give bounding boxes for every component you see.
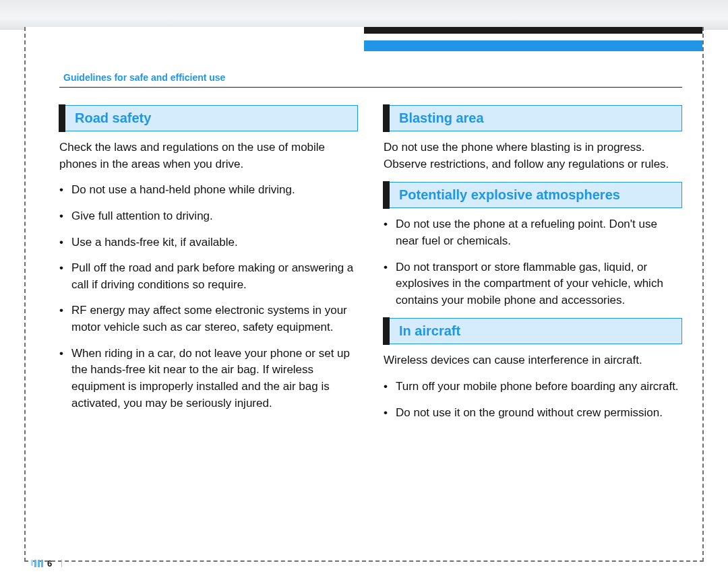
page-marker-bars-icon [31, 560, 43, 567]
list-item: When riding in a car, do not leave your … [59, 346, 358, 412]
left-column: Road safety Check the laws and regulatio… [59, 105, 358, 430]
road-safety-bullets: Do not use a hand-held phone while drivi… [59, 182, 358, 412]
list-item: Do not use it on the ground without crew… [384, 405, 682, 422]
page-number: 6 [47, 558, 52, 569]
aircraft-bullets: Turn off your mobile phone before boardi… [384, 379, 682, 421]
list-item: Do not use the phone at a refueling poin… [384, 216, 682, 249]
heading-in-aircraft: In aircraft [384, 318, 682, 344]
header-rule [59, 87, 682, 88]
page-marker-tail [61, 560, 62, 567]
two-column-layout: Road safety Check the laws and regulatio… [59, 105, 682, 430]
heading-blasting-area: Blasting area [384, 105, 682, 131]
heading-road-safety: Road safety [59, 105, 358, 131]
list-item: Do not transport or store flammable gas,… [384, 259, 682, 309]
list-item: Do not use a hand-held phone while drivi… [59, 182, 358, 199]
top-gradient-strip [0, 0, 728, 30]
list-item: RF energy may affect some electronic sys… [59, 302, 358, 335]
right-column: Blasting area Do not use the phone where… [384, 105, 682, 430]
list-item: Turn off your mobile phone before boardi… [384, 379, 682, 395]
page-crop-box: Guidelines for safe and efficient use Ro… [24, 27, 704, 562]
explosive-bullets: Do not use the phone at a refueling poin… [384, 216, 682, 309]
blasting-para: Do not use the phone where blasting is i… [384, 139, 682, 172]
list-item: Give full attention to driving. [59, 208, 358, 225]
aircraft-intro: Wireless devices can cause interference … [384, 352, 682, 369]
list-item: Use a hands-free kit, if available. [59, 234, 358, 251]
list-item: Pull off the road and park before making… [59, 260, 358, 293]
road-safety-intro: Check the laws and regulations on the us… [59, 139, 358, 172]
page-number-marker: 6 [31, 558, 62, 569]
section-title: Guidelines for safe and efficient use [63, 72, 682, 83]
heading-explosive-atmospheres: Potentially explosive atmospheres [384, 182, 682, 208]
page-content: Guidelines for safe and efficient use Ro… [26, 28, 702, 560]
